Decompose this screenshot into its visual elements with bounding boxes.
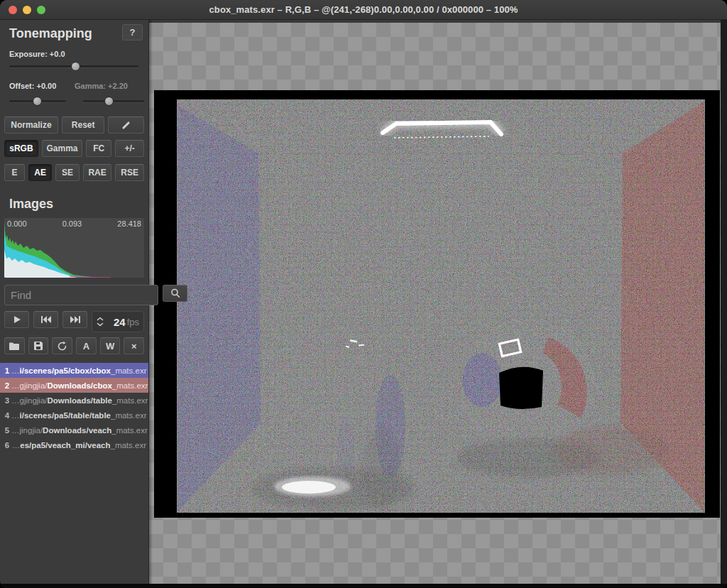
w-channel-button[interactable]: W: [100, 337, 121, 354]
metric-se-button[interactable]: SE: [55, 164, 80, 181]
image-index: 1: [3, 366, 11, 375]
metric-rse-button[interactable]: RSE: [115, 164, 144, 181]
tonemapping-title: Tonemapping: [9, 26, 92, 41]
image-index: 3: [3, 396, 11, 405]
fps-unit: fps: [127, 317, 139, 327]
tonemap-gamma-button[interactable]: Gamma: [42, 140, 82, 157]
traffic-lights: [9, 6, 45, 14]
images-title: Images: [9, 197, 53, 212]
tonemap-fc-button[interactable]: FC: [86, 140, 111, 157]
image-index: 2: [3, 381, 11, 390]
sidebar: Tonemapping ? Exposure: +0.0 Offset: +0.…: [0, 20, 149, 584]
previous-image-button[interactable]: [33, 311, 58, 328]
metric-ae-button[interactable]: AE: [28, 164, 53, 181]
zoom-window-icon[interactable]: [37, 6, 45, 14]
image-path: …gjingjia/Downloads/table_mats.exr: [11, 396, 148, 405]
image-path: …es/pa5/veach_mi/veach_mats.exr: [12, 441, 146, 450]
cornell-box-render: [154, 90, 720, 518]
play-button[interactable]: [4, 311, 29, 328]
help-button[interactable]: ?: [122, 24, 143, 40]
chevron-up-icon[interactable]: [97, 317, 104, 321]
open-file-button[interactable]: [4, 337, 25, 354]
search-icon: [170, 288, 181, 299]
minimize-window-icon[interactable]: [23, 6, 31, 14]
metric-e-button[interactable]: E: [4, 164, 25, 181]
gamma-slider-handle[interactable]: [104, 97, 114, 106]
skip-back-icon: [40, 315, 52, 324]
fps-value[interactable]: 24: [114, 316, 126, 328]
skip-forward-icon: [70, 315, 81, 324]
normalize-button[interactable]: Normalize: [4, 116, 58, 134]
exposure-slider-handle[interactable]: [71, 62, 80, 71]
window-right-edge: [721, 20, 727, 588]
image-list-item-5[interactable]: 5 …jingjia/Downloads/veach_mats.exr: [0, 423, 148, 437]
pencil-icon: [122, 121, 130, 129]
find-input[interactable]: [4, 285, 158, 305]
save-icon: [33, 341, 43, 351]
image-index: 5: [3, 426, 11, 435]
image-list-item-1[interactable]: 1 …i/scenes/pa5/cbox/cbox_mats.exr: [0, 363, 148, 378]
brush-button[interactable]: [108, 116, 144, 134]
gamma-slider[interactable]: [83, 97, 144, 106]
histogram-panel: 0.000 0.093 28.418: [4, 218, 144, 278]
image-list-item-2[interactable]: 2 …gjingjia/Downloads/cbox_mats.exr: [0, 378, 148, 393]
exposure-label: Exposure: +0.0: [0, 50, 148, 58]
chevron-down-icon[interactable]: [97, 322, 104, 327]
exposure-slider[interactable]: [9, 62, 138, 71]
image-index: 4: [3, 411, 11, 420]
fps-stepper-icons[interactable]: [97, 317, 104, 327]
image-index: 6: [3, 441, 11, 450]
image-path: …i/scenes/pa5/cbox/cbox_mats.exr: [11, 366, 146, 375]
next-image-button[interactable]: [62, 311, 87, 328]
window-bottom-edge: [0, 584, 727, 588]
app-window: cbox_mats.exr – R,G,B – @(241,-268)0.00,…: [0, 0, 727, 588]
a-channel-button[interactable]: A: [76, 337, 97, 354]
reload-icon: [57, 341, 67, 352]
offset-label: Offset: +0.00: [0, 82, 69, 90]
tonemap-srgb-button[interactable]: sRGB: [4, 140, 38, 157]
play-icon: [12, 315, 22, 325]
image-path: …i/scenes/pa5/table/table_mats.exr: [11, 411, 146, 420]
reload-button[interactable]: [52, 337, 72, 354]
image-list: 1 …i/scenes/pa5/cbox/cbox_mats.exr 2 …gj…: [0, 363, 148, 452]
titlebar[interactable]: cbox_mats.exr – R,G,B – @(241,-268)0.00,…: [0, 0, 727, 20]
image-list-item-6[interactable]: 6 …es/pa5/veach_mi/veach_mats.exr: [0, 437, 148, 452]
fps-spinner[interactable]: 24 fps: [92, 311, 144, 332]
offset-slider[interactable]: [9, 97, 66, 106]
close-window-icon[interactable]: [9, 6, 17, 14]
histogram-min: 0.000: [7, 219, 27, 228]
window-title: cbox_mats.exr – R,G,B – @(241,-268)0.00,…: [209, 4, 518, 15]
histogram-max: 28.418: [117, 219, 141, 228]
close-image-button[interactable]: ×: [124, 337, 144, 354]
exr-image[interactable]: [154, 90, 720, 518]
image-list-item-4[interactable]: 4 …i/scenes/pa5/table/table_mats.exr: [0, 408, 148, 423]
image-path: …gjingjia/Downloads/cbox_mats.exr: [11, 381, 148, 390]
gamma-label: Gamma: +2.20: [69, 82, 128, 90]
search-button[interactable]: [163, 285, 187, 302]
folder-icon: [9, 342, 20, 351]
viewer-canvas[interactable]: [149, 20, 727, 588]
offset-slider-handle[interactable]: [33, 97, 42, 106]
image-list-item-3[interactable]: 3 …gjingjia/Downloads/table_mats.exr: [0, 393, 148, 408]
save-button[interactable]: [28, 337, 49, 354]
image-path: …jingjia/Downloads/veach_mats.exr: [11, 426, 148, 435]
tonemap-plusminus-button[interactable]: +/-: [115, 140, 144, 157]
reset-button[interactable]: Reset: [62, 116, 105, 134]
canvas-top-strip: [149, 20, 727, 23]
histogram-mean: 0.093: [62, 219, 82, 228]
metric-rae-button[interactable]: RAE: [83, 164, 112, 181]
